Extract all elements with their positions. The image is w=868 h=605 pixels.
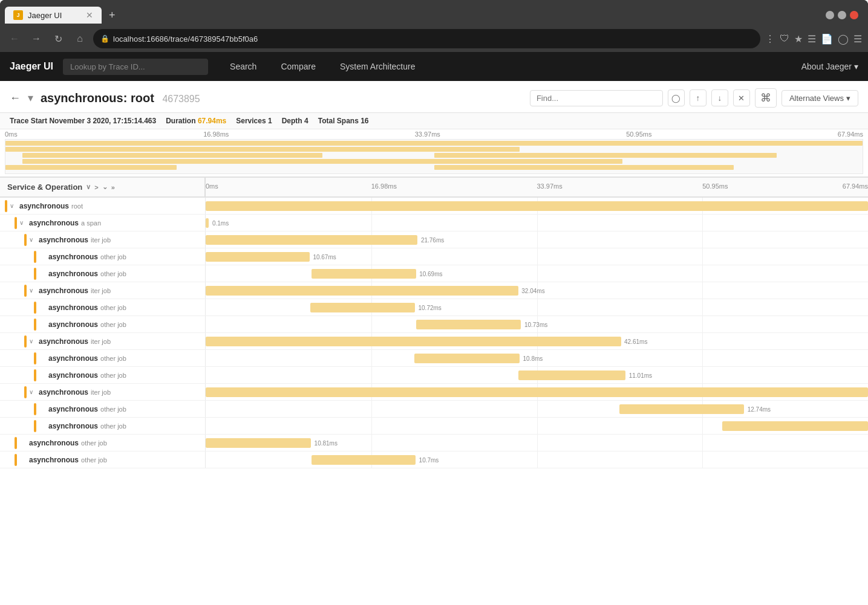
grid-line: [371, 401, 372, 417]
span-row[interactable]: asynchronous other job10.72ms: [0, 299, 868, 316]
span-bar-area: 10.67ms: [206, 248, 868, 265]
account-icon[interactable]: ◯: [838, 33, 849, 45]
window-controls: [826, 11, 863, 19]
span-bar: [206, 438, 311, 448]
timeline-header: 0ms 16.98ms 33.97ms 50.95ms 67.94ms: [206, 178, 868, 196]
jaeger-logo[interactable]: Jaeger UI: [10, 61, 63, 72]
operation-name: other job: [100, 355, 126, 362]
span-duration: 42.61ms: [624, 338, 647, 345]
span-color-bar: [34, 420, 36, 432]
col-ctrl-collapse[interactable]: ∨: [86, 183, 91, 191]
nav-compare[interactable]: Compare: [269, 52, 328, 81]
reload-button[interactable]: ↻: [50, 30, 67, 47]
back-to-search-button[interactable]: ←: [10, 92, 21, 105]
header-tick-1: 16.98ms: [371, 183, 397, 190]
trace-meta: Trace Start November 3 2020, 17:15:14.46…: [0, 113, 868, 129]
shield-icon[interactable]: 🛡: [780, 33, 789, 44]
keyboard-shortcut-button[interactable]: ⌘: [755, 88, 777, 108]
about-jaeger-link[interactable]: About Jaeger ▾: [801, 62, 858, 71]
span-bar-area: 10.81ms: [206, 435, 868, 451]
service-name: asynchronous: [48, 320, 98, 329]
span-toggle[interactable]: ∨: [29, 389, 36, 395]
sidebar-icon[interactable]: ☰: [808, 33, 816, 45]
alternate-views-button[interactable]: Alternate Views ▾: [782, 90, 858, 106]
grid-line: [702, 248, 703, 265]
col-ctrl-next[interactable]: >: [94, 184, 98, 191]
grid-line: [702, 282, 703, 299]
span-bar-area: [206, 384, 868, 400]
tl-tick-2: 33.97ms: [415, 131, 440, 138]
nav-system-architecture[interactable]: System Architecture: [328, 52, 428, 81]
grid-line: [537, 231, 538, 248]
span-row[interactable]: asynchronous other job10.69ms: [0, 265, 868, 282]
address-bar[interactable]: 🔒 localhost:16686/trace/467389547bb5f0a6: [93, 29, 760, 48]
service-name: asynchronous: [48, 371, 98, 380]
col-ctrl-expand[interactable]: ⌄: [102, 183, 108, 191]
grid-line: [702, 265, 703, 282]
span-row[interactable]: ∨asynchronous iter job32.04ms: [0, 282, 868, 299]
operation-name: other job: [100, 372, 126, 379]
span-color-bar: [24, 335, 27, 348]
total-spans-meta: Total Spans 16: [318, 117, 369, 125]
maximize-button[interactable]: [838, 11, 846, 19]
span-row[interactable]: asynchronous other job10.8ms: [0, 350, 868, 367]
operation-name: other job: [100, 406, 126, 413]
find-prev-button[interactable]: ↑: [690, 89, 706, 106]
timeline-overview: 0ms 16.98ms 33.97ms 50.95ms 67.94ms: [0, 129, 868, 178]
new-tab-button[interactable]: +: [104, 9, 120, 22]
span-duration: 10.67ms: [313, 253, 336, 260]
tl-tick-0: 0ms: [5, 131, 18, 138]
span-row[interactable]: asynchronous other job10.81ms: [0, 435, 868, 451]
tl-tick-3: 50.95ms: [626, 131, 651, 138]
span-toggle[interactable]: ∨: [29, 338, 36, 345]
find-next-button[interactable]: ↓: [711, 89, 728, 106]
minimize-button[interactable]: [826, 11, 834, 19]
grid-line: [537, 435, 538, 451]
nav-search[interactable]: Search: [218, 52, 269, 81]
tab-close-button[interactable]: ✕: [86, 10, 93, 20]
span-row[interactable]: asynchronous other job13.34ms: [0, 418, 868, 435]
bookmark-icon[interactable]: ★: [794, 33, 803, 45]
span-toggle[interactable]: ∨: [19, 219, 27, 226]
service-name: asynchronous: [39, 388, 88, 396]
trace-id-input[interactable]: [63, 59, 208, 75]
col-ctrl-expand-all[interactable]: »: [111, 184, 115, 191]
operation-name: iter job: [91, 389, 111, 396]
span-row[interactable]: ∨asynchronous root: [0, 198, 868, 215]
back-button[interactable]: ←: [6, 30, 23, 47]
span-duration: 10.73ms: [524, 321, 547, 328]
find-settings-button[interactable]: ◯: [668, 89, 685, 106]
close-button[interactable]: [850, 11, 858, 19]
span-toggle[interactable]: ∨: [29, 236, 36, 243]
span-toggle[interactable]: ∨: [10, 202, 17, 209]
operation-name: root: [71, 202, 83, 210]
service-name: asynchronous: [19, 202, 69, 210]
span-row[interactable]: ∨asynchronous a span0.1ms: [0, 215, 868, 231]
extensions-icon[interactable]: ⋮: [765, 33, 775, 45]
find-input[interactable]: [530, 90, 663, 106]
forward-button[interactable]: →: [28, 30, 45, 47]
span-row[interactable]: asynchronous other job11.01ms: [0, 367, 868, 384]
span-row[interactable]: asynchronous other job10.67ms: [0, 248, 868, 265]
home-button[interactable]: ⌂: [71, 30, 88, 47]
toolbar-right: ⋮ 🛡 ★ ☰ 📄 ◯ ☰: [765, 33, 862, 45]
span-row[interactable]: asynchronous other job10.73ms: [0, 316, 868, 333]
span-bar-area: 12.74ms: [206, 401, 868, 417]
active-tab[interactable]: J Jaeger UI ✕: [5, 7, 102, 24]
span-bar: [206, 235, 417, 245]
reader-icon[interactable]: 📄: [821, 33, 833, 45]
operation-name: iter job: [91, 287, 111, 294]
operation-name: other job: [100, 270, 126, 277]
span-row[interactable]: asynchronous other job12.74ms: [0, 401, 868, 418]
span-row[interactable]: ∨asynchronous iter job: [0, 384, 868, 401]
span-row[interactable]: ∨asynchronous iter job21.76ms: [0, 231, 868, 248]
menu-icon[interactable]: ☰: [853, 33, 862, 45]
service-name: asynchronous: [29, 219, 79, 227]
grid-line: [371, 248, 372, 265]
find-close-button[interactable]: ✕: [733, 89, 750, 106]
span-row[interactable]: asynchronous other job10.7ms: [0, 451, 868, 468]
span-bar-area: 10.69ms: [206, 265, 868, 282]
url-text: localhost:16686/trace/467389547bb5f0a6: [113, 34, 258, 44]
span-row[interactable]: ∨asynchronous iter job42.61ms: [0, 333, 868, 350]
span-toggle[interactable]: ∨: [29, 287, 36, 294]
